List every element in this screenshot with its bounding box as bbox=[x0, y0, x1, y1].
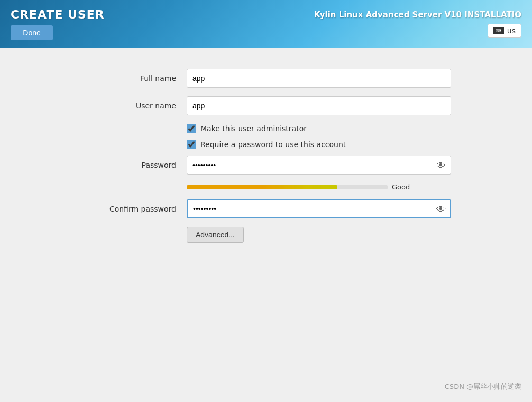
strength-label: Good bbox=[392, 183, 410, 191]
password-wrapper: 👁 bbox=[187, 156, 451, 175]
user-name-label: User name bbox=[81, 102, 187, 110]
strength-bar-container bbox=[187, 185, 388, 189]
admin-checkbox-label: Make this user administrator bbox=[200, 124, 307, 133]
watermark: CSDN @屌丝小帅的逆袭 bbox=[445, 382, 521, 391]
user-name-input[interactable] bbox=[187, 96, 451, 115]
confirm-password-label: Confirm password bbox=[81, 205, 187, 213]
confirm-password-row: Confirm password 👁 bbox=[81, 199, 451, 218]
header-left: CREATE USER Done bbox=[11, 8, 105, 40]
header: CREATE USER Done Kylin Linux Advanced Se… bbox=[0, 0, 532, 48]
full-name-label: Full name bbox=[81, 74, 187, 83]
language-value: us bbox=[507, 26, 516, 35]
form-container: Full name User name Make this user admin… bbox=[81, 69, 451, 243]
require-password-label: Require a password to use this account bbox=[200, 140, 346, 149]
confirm-password-eye-icon[interactable]: 👁 bbox=[436, 204, 446, 215]
page-title: CREATE USER bbox=[11, 8, 105, 21]
header-right-group: Kylin Linux Advanced Server V10 INSTALLA… bbox=[314, 10, 521, 38]
confirm-password-wrapper: 👁 bbox=[187, 199, 451, 218]
password-eye-icon[interactable]: 👁 bbox=[436, 160, 446, 171]
done-button[interactable]: Done bbox=[11, 25, 53, 40]
confirm-password-input[interactable] bbox=[187, 199, 451, 218]
full-name-row: Full name bbox=[81, 69, 451, 88]
app-title: Kylin Linux Advanced Server V10 INSTALLA… bbox=[314, 10, 521, 20]
password-input[interactable] bbox=[187, 156, 451, 175]
require-password-checkbox[interactable] bbox=[187, 140, 196, 149]
password-strength-row: Good bbox=[187, 183, 451, 191]
require-password-row: Require a password to use this account bbox=[187, 140, 451, 149]
full-name-input[interactable] bbox=[187, 69, 451, 88]
admin-checkbox-row: Make this user administrator bbox=[187, 124, 451, 133]
strength-bar-fill bbox=[187, 185, 337, 189]
password-label: Password bbox=[81, 161, 187, 169]
advanced-button[interactable]: Advanced... bbox=[187, 227, 244, 243]
admin-checkbox[interactable] bbox=[187, 124, 196, 133]
keyboard-icon: ⌨ bbox=[493, 27, 504, 34]
language-selector[interactable]: ⌨ us bbox=[488, 24, 521, 38]
user-name-row: User name bbox=[81, 96, 451, 115]
advanced-row: Advanced... bbox=[187, 227, 451, 243]
password-row: Password 👁 bbox=[81, 156, 451, 175]
main-content: Full name User name Make this user admin… bbox=[0, 48, 532, 402]
